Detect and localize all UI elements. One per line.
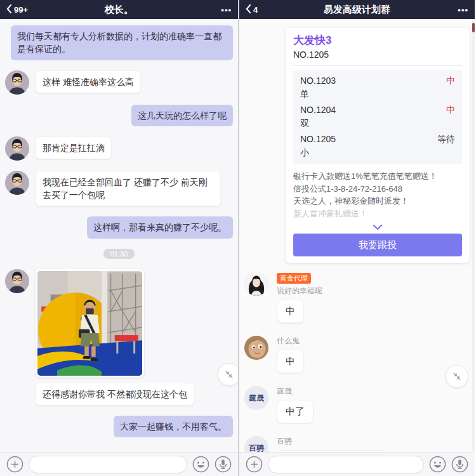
- group-message: 百骋 百骋 五连中，计划牛逼啊。: [244, 436, 470, 452]
- plan-row: NO.1205 等待 小: [300, 134, 455, 159]
- message-bubble: 这样啊，那看来真的赚了不少呢。: [87, 216, 233, 238]
- back-chevron-icon: [246, 4, 251, 15]
- message-bubble: 大家一起赚钱，不用客气。: [114, 416, 233, 437]
- emoji-icon[interactable]: [192, 456, 209, 473]
- plan-row: NO.1203 中 单: [300, 76, 455, 100]
- right-input-bar: [239, 452, 475, 476]
- message-bubble: 我们每天都有专人分析数据的，计划的准确率一直都是有保证的。: [11, 25, 233, 60]
- member-name: 说好的幸福呢: [277, 286, 322, 296]
- avatar-man-icon[interactable]: [5, 171, 29, 195]
- more-menu-icon[interactable]: •••: [458, 5, 468, 15]
- emoji-icon[interactable]: [429, 456, 446, 473]
- expand-chevron-down-icon[interactable]: [293, 221, 462, 229]
- chat-title: 易发高级计划群: [324, 4, 390, 16]
- avatar-text[interactable]: 霆晟: [244, 386, 268, 410]
- dual-chat-screens: 99+ 校长。 ••• 我们每天都有专人分析数据的，计划的准确率一直都是有保证的…: [0, 0, 476, 476]
- lottery-plan-card: 大发快3 NO.1205 NO.1203 中 单 NO.1204 中: [286, 28, 470, 263]
- microphone-icon[interactable]: [215, 456, 232, 473]
- message-bubble: 还得感谢你带我 不然都没现在这个包: [36, 383, 194, 406]
- message-bubble: 那肯定是扛扛滴: [36, 136, 112, 159]
- message-row: 这样 难怪准确率这么高: [5, 70, 233, 95]
- message-bubble: 这样 难怪准确率这么高: [36, 70, 141, 93]
- message-bubble: 我现在已经全部回血了 还赚了不少 前天刚去买了一个包呢: [36, 171, 221, 207]
- back-button[interactable]: 4: [246, 4, 258, 15]
- unread-count: 99+: [14, 5, 28, 15]
- group-message: 黄金代理 说好的幸福呢 中: [244, 272, 470, 323]
- message-content: 百骋 五连中，计划牛逼啊。: [277, 436, 390, 452]
- row-pick: 小: [300, 147, 455, 159]
- message-row: 我们每天都有专人分析数据的，计划的准确率一直都是有保证的。: [5, 25, 233, 60]
- plan-rows: NO.1203 中 单 NO.1204 中 双: [293, 70, 462, 164]
- row-result: 中: [446, 105, 455, 116]
- avatar-man-icon[interactable]: [5, 136, 29, 161]
- row-pick: 双: [300, 118, 455, 129]
- left-message-list: 我们每天都有专人分析数据的，计划的准确率一直都是有保证的。 这样 难怪准确率这么…: [0, 19, 238, 452]
- photo-message[interactable]: [36, 269, 144, 378]
- dashed-divider: [293, 65, 462, 66]
- message-bubble: 中: [277, 350, 304, 373]
- group-message: 什么鬼 中: [244, 336, 470, 373]
- collapse-window-button[interactable]: [446, 365, 468, 388]
- unread-count: 4: [253, 5, 258, 15]
- member-name: 什么鬼: [277, 336, 304, 347]
- plus-attach-icon[interactable]: [246, 456, 263, 473]
- scrollbar-track: [472, 20, 475, 451]
- row-result: 等待: [437, 134, 455, 145]
- more-menu-icon[interactable]: •••: [221, 5, 232, 15]
- row-issue: NO.1203: [300, 76, 336, 87]
- follow-bet-button[interactable]: 我要跟投: [293, 234, 462, 256]
- message-content: 霆晟 中了: [277, 386, 314, 423]
- avatar-text[interactable]: 百骋: [244, 436, 268, 452]
- right-message-list: 大发快3 NO.1205 NO.1203 中 单 NO.1204 中: [239, 19, 475, 452]
- current-issue: NO.1205: [293, 50, 462, 60]
- message-row: 这几天玩的怎么样了呢: [5, 105, 233, 126]
- role-badge: 黄金代理: [277, 273, 311, 284]
- avatar-man-icon[interactable]: [5, 269, 29, 293]
- timestamp-pill: 01:30: [103, 249, 135, 259]
- message-row: 这样啊，那看来真的赚了不少呢。: [5, 216, 233, 238]
- avatar-girl-icon[interactable]: [244, 272, 268, 296]
- message-content: 什么鬼 中: [277, 336, 304, 373]
- member-name: 霆晟: [277, 386, 314, 397]
- row-pick: 单: [300, 89, 455, 100]
- avatar-baby-icon[interactable]: [244, 336, 268, 360]
- row-result: 中: [446, 76, 455, 87]
- left-header: 99+ 校长。 •••: [0, 0, 238, 19]
- back-button[interactable]: 99+: [6, 4, 28, 15]
- message-input[interactable]: [29, 456, 187, 473]
- scrollbar-thumb[interactable]: [472, 23, 475, 32]
- group-message: 霆晟 霆晟 中了: [244, 386, 470, 423]
- row-issue: NO.1205: [300, 134, 336, 145]
- message-content: 黄金代理 说好的幸福呢 中: [277, 272, 322, 323]
- row-issue: NO.1204: [300, 105, 336, 116]
- member-name: 百骋: [277, 436, 390, 447]
- message-row: [5, 269, 233, 378]
- left-chat-screen: 99+ 校长。 ••• 我们每天都有专人分析数据的，计划的准确率一直都是有保证的…: [0, 0, 238, 476]
- avatar-man-icon[interactable]: [5, 70, 29, 95]
- message-bubble: 中了: [277, 400, 314, 423]
- message-row: 还得感谢你带我 不然都没现在这个包: [5, 383, 233, 406]
- plus-attach-icon[interactable]: [6, 456, 23, 473]
- back-chevron-icon: [6, 4, 12, 15]
- message-bubble: 这几天玩的怎么样了呢: [131, 105, 233, 126]
- message-row: 我现在已经全部回血了 还赚了不少 前天刚去买了一个包呢: [5, 171, 233, 207]
- message-input[interactable]: [268, 456, 424, 473]
- left-input-bar: [0, 452, 238, 476]
- right-chat-screen: 4 易发高级计划群 ••• 大发快3 NO.1205 NO.1203 中 单: [238, 0, 475, 476]
- chat-title: 校长。: [105, 4, 133, 16]
- message-row: 那肯定是扛扛滴: [5, 136, 233, 161]
- game-title: 大发快3: [293, 33, 462, 48]
- promo-text: 银行卡入款赠送1%笔笔充值笔笔赠送！ 倍投公式1-3-8-24-72-216-6…: [293, 170, 462, 220]
- collapse-window-button[interactable]: [218, 363, 238, 386]
- microphone-icon[interactable]: [451, 456, 468, 473]
- message-row: 大家一起赚钱，不用客气。: [5, 416, 233, 437]
- plan-row: NO.1204 中 双: [300, 105, 455, 129]
- right-header: 4 易发高级计划群 •••: [239, 0, 475, 19]
- message-bubble: 中: [277, 300, 304, 323]
